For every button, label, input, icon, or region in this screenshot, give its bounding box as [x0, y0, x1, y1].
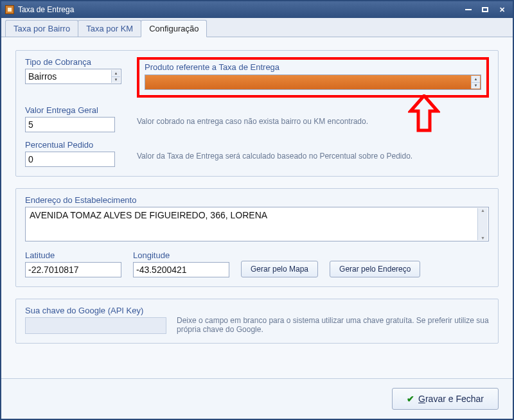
titlebar: Taxa de Entrega: [1, 1, 513, 18]
longitude-input[interactable]: -43.5200421: [133, 262, 229, 277]
percentual-hint: Valor da Taxa de Entrega será calculado …: [137, 140, 412, 161]
percentual-input[interactable]: 0: [25, 152, 115, 167]
group-endereco: Endereço do Estabelecimento AVENIDA TOMA…: [15, 188, 499, 287]
valor-entrega-value: 5: [28, 119, 33, 130]
save-button-mnemonic: G: [418, 394, 425, 404]
latitude-value: -22.7010817: [28, 265, 79, 275]
maximize-button[interactable]: [478, 4, 492, 15]
highlight-annotation: Produto referente a Taxa de Entrega: [137, 57, 489, 98]
window-controls: [461, 4, 509, 15]
tipo-cobranca-combo[interactable]: Bairros: [25, 69, 121, 84]
produto-label: Produto referente a Taxa de Entrega: [145, 62, 481, 72]
valor-entrega-input[interactable]: 5: [25, 117, 115, 132]
group-cobranca: Tipo de Cobrança Bairros Produto referen…: [15, 50, 499, 177]
produto-combo[interactable]: [145, 74, 481, 90]
percentual-value: 0: [28, 154, 33, 164]
tipo-cobranca-value: Bairros: [28, 71, 57, 82]
window-title: Taxa de Entrega: [18, 5, 461, 14]
tipo-cobranca-label: Tipo de Cobrança: [25, 57, 121, 67]
percentual-label: Percentual Pedido: [25, 140, 121, 150]
save-button-rest: ravar e Fechar: [425, 394, 484, 404]
tab-taxa-por-bairro[interactable]: Taxa por Bairro: [5, 20, 78, 37]
latitude-label: Latitude: [25, 250, 121, 260]
minimize-button[interactable]: [461, 4, 475, 15]
close-button[interactable]: [495, 4, 509, 15]
group-api-key: Sua chave do Google (API Key) Deixe o ca…: [15, 299, 499, 344]
gerar-pelo-endereco-button[interactable]: Gerar pelo Endereço: [330, 261, 420, 277]
api-key-hint: Deixe o campo em branco para o sistema u…: [177, 306, 489, 334]
valor-entrega-hint: Valor cobrado na entrega caso não exista…: [137, 105, 368, 126]
endereco-value: AVENIDA TOMAZ ALVES DE FIGUEIREDO, 366, …: [30, 210, 267, 220]
footer: ✔ Gravar e Fechar: [1, 378, 513, 419]
api-key-input[interactable]: [25, 317, 166, 334]
tabstrip: Taxa por Bairro Taxa por KM Configuração: [1, 18, 513, 37]
valor-entrega-label: Valor Entrega Geral: [25, 105, 121, 115]
longitude-label: Longitude: [133, 250, 229, 260]
arrow-annotation-icon: [408, 94, 440, 134]
spinner-icon[interactable]: [471, 76, 480, 89]
app-icon: [5, 5, 14, 14]
longitude-value: -43.5200421: [136, 265, 187, 275]
spinner-icon[interactable]: [111, 70, 120, 83]
tab-content-configuracao: Tipo de Cobrança Bairros Produto referen…: [1, 37, 513, 378]
latitude-input[interactable]: -22.7010817: [25, 262, 121, 277]
gravar-e-fechar-button[interactable]: ✔ Gravar e Fechar: [392, 388, 499, 410]
endereco-label: Endereço do Estabelecimento: [25, 195, 489, 205]
api-key-label: Sua chave do Google (API Key): [25, 306, 166, 315]
tab-taxa-por-km[interactable]: Taxa por KM: [78, 20, 141, 37]
endereco-textarea[interactable]: AVENIDA TOMAZ ALVES DE FIGUEIREDO, 366, …: [25, 207, 489, 241]
scrollbar[interactable]: ▲▼: [477, 208, 488, 240]
check-icon: ✔: [407, 394, 414, 404]
tab-configuracao[interactable]: Configuração: [141, 20, 207, 37]
gerar-pelo-mapa-button[interactable]: Gerar pelo Mapa: [241, 261, 318, 277]
